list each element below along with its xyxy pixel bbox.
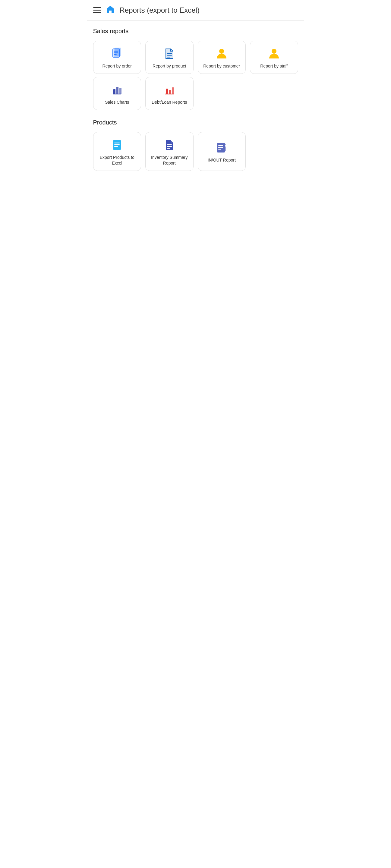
report-by-order-card[interactable]: Report by order (93, 41, 141, 74)
svg-rect-27 (167, 148, 170, 149)
product-icon (163, 47, 176, 60)
report-by-order-label: Report by order (102, 63, 132, 69)
report-by-product-label: Report by product (153, 63, 186, 69)
sales-cards-row1: Report by order Report by product (93, 41, 298, 74)
svg-rect-31 (225, 147, 226, 147)
svg-rect-32 (225, 148, 226, 148)
sales-reports-section: Sales reports Report by order (87, 21, 304, 116)
svg-rect-23 (114, 144, 120, 145)
svg-rect-19 (172, 87, 174, 94)
report-by-staff-label: Report by staff (260, 63, 288, 69)
sales-section-title: Sales reports (93, 28, 298, 35)
svg-rect-9 (167, 57, 170, 58)
debt-chart-icon (163, 83, 176, 96)
in-out-report-card[interactable]: IN/OUT Report (198, 132, 246, 170)
in-out-report-label: IN/OUT Report (208, 157, 236, 163)
products-cards-row: Export Products to Excel Inventory Summa… (93, 132, 298, 170)
debt-loan-reports-card[interactable]: Debt/Loan Reports (145, 77, 193, 110)
report-by-staff-card[interactable]: Report by staff (250, 41, 298, 74)
inventory-summary-report-card[interactable]: Inventory Summary Report (145, 132, 193, 170)
svg-rect-7 (167, 53, 172, 54)
report-by-customer-card[interactable]: Report by customer (198, 41, 246, 74)
svg-rect-13 (113, 89, 116, 94)
in-out-icon (215, 141, 228, 154)
home-icon[interactable] (106, 5, 115, 16)
inventory-summary-report-label: Inventory Summary Report (149, 155, 190, 165)
sales-cards-row2: Sales Charts Debt/Loan Reports (93, 77, 298, 110)
header: Reports (export to Excel) (87, 0, 304, 21)
export-products-excel-label: Export Products to Excel (96, 155, 138, 165)
svg-rect-18 (169, 90, 171, 94)
svg-rect-17 (166, 89, 168, 94)
page-title: Reports (export to Excel) (120, 6, 200, 14)
svg-rect-6 (114, 48, 120, 57)
customer-icon (215, 47, 228, 60)
svg-rect-8 (167, 55, 172, 56)
debt-loan-reports-label: Debt/Loan Reports (152, 99, 187, 105)
staff-icon (267, 47, 281, 60)
svg-rect-30 (225, 145, 226, 146)
svg-rect-33 (218, 145, 223, 146)
export-products-excel-card[interactable]: Export Products to Excel (93, 132, 141, 170)
sales-charts-card[interactable]: Sales Charts (93, 77, 141, 110)
svg-rect-29 (224, 144, 226, 151)
inventory-icon (163, 138, 176, 152)
products-section-title: Products (93, 119, 298, 126)
svg-rect-26 (167, 146, 172, 147)
svg-rect-25 (167, 144, 172, 145)
svg-rect-24 (114, 146, 118, 147)
svg-rect-22 (114, 143, 120, 144)
svg-rect-14 (116, 87, 118, 94)
report-by-customer-label: Report by customer (203, 63, 240, 69)
sales-charts-label: Sales Charts (105, 99, 129, 105)
svg-point-11 (272, 49, 276, 54)
menu-icon[interactable] (93, 7, 101, 13)
report-by-product-card[interactable]: Report by product (145, 41, 193, 74)
svg-rect-15 (119, 88, 121, 94)
sales-chart-icon (110, 83, 124, 96)
order-icon (110, 47, 124, 60)
svg-rect-35 (218, 149, 221, 150)
products-section: Products Export Products to Excel (87, 116, 304, 177)
svg-rect-34 (218, 147, 223, 148)
svg-point-10 (219, 49, 224, 54)
export-doc-icon (110, 138, 124, 152)
